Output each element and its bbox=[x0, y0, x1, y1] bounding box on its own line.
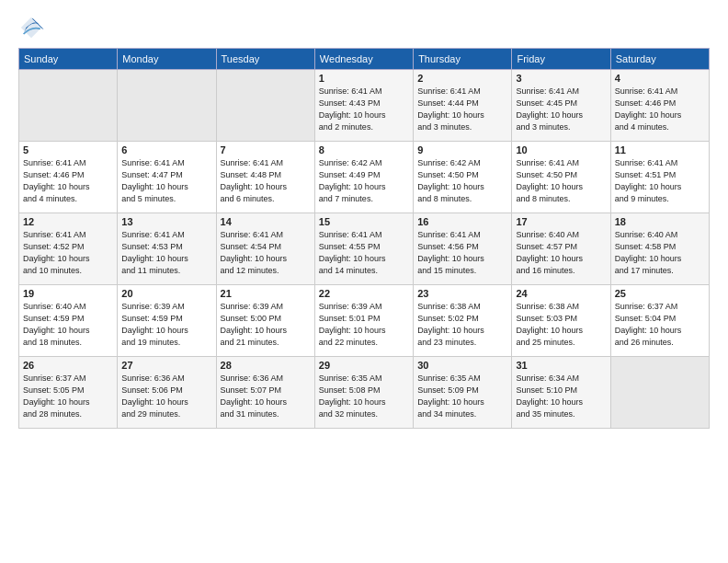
day-number: 13 bbox=[121, 216, 211, 227]
calendar-day-header: Monday bbox=[118, 49, 216, 70]
calendar-cell: 23Sunrise: 6:38 AMSunset: 5:02 PMDayligh… bbox=[414, 285, 512, 357]
calendar-cell: 28Sunrise: 6:36 AMSunset: 5:07 PMDayligh… bbox=[216, 357, 314, 429]
calendar-cell: 10Sunrise: 6:41 AMSunset: 4:50 PMDayligh… bbox=[512, 142, 610, 213]
day-info: Sunrise: 6:37 AMSunset: 5:05 PMDaylight:… bbox=[23, 373, 113, 420]
day-info: Sunrise: 6:36 AMSunset: 5:06 PMDaylight:… bbox=[121, 373, 211, 420]
day-number: 4 bbox=[615, 73, 705, 84]
day-info: Sunrise: 6:42 AMSunset: 4:50 PMDaylight:… bbox=[417, 157, 507, 205]
day-info: Sunrise: 6:36 AMSunset: 5:07 PMDaylight:… bbox=[221, 373, 311, 420]
calendar-cell bbox=[19, 70, 118, 142]
logo bbox=[18, 15, 46, 40]
day-info: Sunrise: 6:41 AMSunset: 4:47 PMDaylight:… bbox=[121, 157, 211, 205]
day-info: Sunrise: 6:39 AMSunset: 4:59 PMDaylight:… bbox=[121, 301, 211, 349]
day-number: 19 bbox=[23, 288, 113, 299]
day-info: Sunrise: 6:41 AMSunset: 4:53 PMDaylight:… bbox=[121, 229, 211, 277]
calendar-table: SundayMondayTuesdayWednesdayThursdayFrid… bbox=[18, 48, 710, 429]
day-number: 30 bbox=[417, 360, 507, 371]
day-number: 9 bbox=[417, 144, 507, 155]
calendar-cell: 24Sunrise: 6:38 AMSunset: 5:03 PMDayligh… bbox=[512, 285, 610, 357]
day-number: 21 bbox=[221, 288, 311, 299]
calendar-cell: 29Sunrise: 6:35 AMSunset: 5:08 PMDayligh… bbox=[314, 357, 413, 429]
day-info: Sunrise: 6:41 AMSunset: 4:52 PMDaylight:… bbox=[23, 229, 113, 277]
day-info: Sunrise: 6:41 AMSunset: 4:56 PMDaylight:… bbox=[417, 229, 507, 277]
calendar-day-header: Wednesday bbox=[314, 49, 413, 70]
day-info: Sunrise: 6:35 AMSunset: 5:08 PMDaylight:… bbox=[319, 373, 409, 420]
day-number: 31 bbox=[516, 360, 606, 371]
calendar-cell: 9Sunrise: 6:42 AMSunset: 4:50 PMDaylight… bbox=[414, 142, 512, 213]
page: SundayMondayTuesdayWednesdayThursdayFrid… bbox=[0, 0, 728, 563]
calendar-cell: 3Sunrise: 6:41 AMSunset: 4:45 PMDaylight… bbox=[512, 70, 610, 142]
day-info: Sunrise: 6:38 AMSunset: 5:02 PMDaylight:… bbox=[417, 301, 507, 349]
day-number: 7 bbox=[221, 144, 311, 155]
calendar-week-row: 1Sunrise: 6:41 AMSunset: 4:43 PMDaylight… bbox=[19, 70, 710, 142]
calendar-cell bbox=[118, 70, 216, 142]
day-number: 10 bbox=[516, 144, 606, 155]
calendar-cell: 19Sunrise: 6:40 AMSunset: 4:59 PMDayligh… bbox=[19, 285, 118, 357]
day-number: 12 bbox=[23, 216, 113, 227]
calendar-cell: 14Sunrise: 6:41 AMSunset: 4:54 PMDayligh… bbox=[216, 213, 314, 285]
day-info: Sunrise: 6:39 AMSunset: 5:01 PMDaylight:… bbox=[319, 301, 409, 349]
calendar-cell: 20Sunrise: 6:39 AMSunset: 4:59 PMDayligh… bbox=[118, 285, 216, 357]
calendar-cell: 21Sunrise: 6:39 AMSunset: 5:00 PMDayligh… bbox=[216, 285, 314, 357]
calendar-cell: 18Sunrise: 6:40 AMSunset: 4:58 PMDayligh… bbox=[610, 213, 709, 285]
day-number: 2 bbox=[417, 73, 507, 84]
calendar-day-header: Sunday bbox=[19, 49, 118, 70]
day-number: 27 bbox=[121, 360, 211, 371]
calendar-cell: 26Sunrise: 6:37 AMSunset: 5:05 PMDayligh… bbox=[19, 357, 118, 429]
day-number: 16 bbox=[417, 216, 507, 227]
calendar-week-row: 5Sunrise: 6:41 AMSunset: 4:46 PMDaylight… bbox=[19, 142, 710, 213]
day-number: 26 bbox=[23, 360, 113, 371]
calendar-cell: 22Sunrise: 6:39 AMSunset: 5:01 PMDayligh… bbox=[314, 285, 413, 357]
day-info: Sunrise: 6:41 AMSunset: 4:43 PMDaylight:… bbox=[319, 86, 409, 133]
day-number: 14 bbox=[221, 216, 311, 227]
calendar-header-row: SundayMondayTuesdayWednesdayThursdayFrid… bbox=[19, 49, 710, 70]
calendar-cell: 30Sunrise: 6:35 AMSunset: 5:09 PMDayligh… bbox=[414, 357, 512, 429]
day-number: 5 bbox=[23, 144, 113, 155]
day-info: Sunrise: 6:41 AMSunset: 4:48 PMDaylight:… bbox=[221, 157, 311, 205]
day-number: 23 bbox=[417, 288, 507, 299]
day-info: Sunrise: 6:37 AMSunset: 5:04 PMDaylight:… bbox=[615, 301, 705, 349]
calendar-cell: 7Sunrise: 6:41 AMSunset: 4:48 PMDaylight… bbox=[216, 142, 314, 213]
calendar-cell bbox=[216, 70, 314, 142]
calendar-cell: 1Sunrise: 6:41 AMSunset: 4:43 PMDaylight… bbox=[314, 70, 413, 142]
day-info: Sunrise: 6:41 AMSunset: 4:46 PMDaylight:… bbox=[615, 86, 705, 133]
logo-icon bbox=[18, 15, 44, 40]
day-number: 22 bbox=[319, 288, 409, 299]
calendar-week-row: 26Sunrise: 6:37 AMSunset: 5:05 PMDayligh… bbox=[19, 357, 710, 429]
svg-marker-1 bbox=[21, 17, 41, 38]
day-info: Sunrise: 6:35 AMSunset: 5:09 PMDaylight:… bbox=[417, 373, 507, 420]
calendar-cell: 31Sunrise: 6:34 AMSunset: 5:10 PMDayligh… bbox=[512, 357, 610, 429]
calendar-cell: 13Sunrise: 6:41 AMSunset: 4:53 PMDayligh… bbox=[118, 213, 216, 285]
day-info: Sunrise: 6:40 AMSunset: 4:59 PMDaylight:… bbox=[23, 301, 113, 349]
day-info: Sunrise: 6:40 AMSunset: 4:57 PMDaylight:… bbox=[516, 229, 606, 277]
calendar-cell: 8Sunrise: 6:42 AMSunset: 4:49 PMDaylight… bbox=[314, 142, 413, 213]
day-number: 20 bbox=[121, 288, 211, 299]
calendar-week-row: 12Sunrise: 6:41 AMSunset: 4:52 PMDayligh… bbox=[19, 213, 710, 285]
day-info: Sunrise: 6:41 AMSunset: 4:45 PMDaylight:… bbox=[516, 86, 606, 133]
calendar-cell: 17Sunrise: 6:40 AMSunset: 4:57 PMDayligh… bbox=[512, 213, 610, 285]
day-number: 8 bbox=[319, 144, 409, 155]
day-number: 3 bbox=[516, 73, 606, 84]
day-number: 6 bbox=[121, 144, 211, 155]
calendar-cell: 15Sunrise: 6:41 AMSunset: 4:55 PMDayligh… bbox=[314, 213, 413, 285]
day-number: 11 bbox=[615, 144, 705, 155]
day-info: Sunrise: 6:41 AMSunset: 4:51 PMDaylight:… bbox=[615, 157, 705, 205]
calendar-cell: 27Sunrise: 6:36 AMSunset: 5:06 PMDayligh… bbox=[118, 357, 216, 429]
calendar-cell bbox=[610, 357, 709, 429]
day-number: 24 bbox=[516, 288, 606, 299]
day-info: Sunrise: 6:41 AMSunset: 4:54 PMDaylight:… bbox=[221, 229, 311, 277]
day-number: 29 bbox=[319, 360, 409, 371]
day-info: Sunrise: 6:39 AMSunset: 5:00 PMDaylight:… bbox=[221, 301, 311, 349]
calendar-day-header: Tuesday bbox=[216, 49, 314, 70]
day-info: Sunrise: 6:41 AMSunset: 4:50 PMDaylight:… bbox=[516, 157, 606, 205]
day-info: Sunrise: 6:41 AMSunset: 4:44 PMDaylight:… bbox=[417, 86, 507, 133]
day-info: Sunrise: 6:40 AMSunset: 4:58 PMDaylight:… bbox=[615, 229, 705, 277]
day-info: Sunrise: 6:41 AMSunset: 4:46 PMDaylight:… bbox=[23, 157, 113, 205]
calendar-cell: 12Sunrise: 6:41 AMSunset: 4:52 PMDayligh… bbox=[19, 213, 118, 285]
calendar-day-header: Thursday bbox=[414, 49, 512, 70]
day-number: 15 bbox=[319, 216, 409, 227]
day-number: 25 bbox=[615, 288, 705, 299]
header bbox=[18, 15, 710, 40]
calendar-day-header: Saturday bbox=[610, 49, 709, 70]
calendar-cell: 6Sunrise: 6:41 AMSunset: 4:47 PMDaylight… bbox=[118, 142, 216, 213]
